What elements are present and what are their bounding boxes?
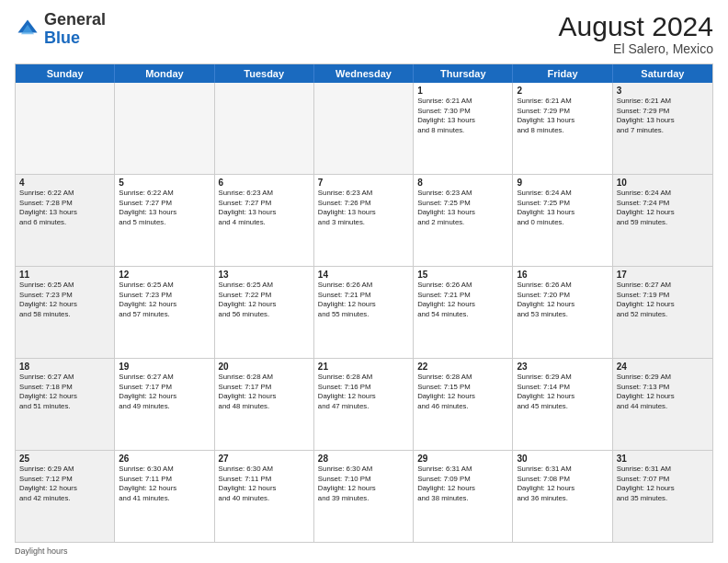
page: General Blue August 2024 El Salero, Mexi… xyxy=(0,0,728,563)
header-cell-thursday: Thursday xyxy=(414,64,513,83)
day-info: Sunrise: 6:25 AMSunset: 7:23 PMDaylight:… xyxy=(119,281,210,319)
day-number: 22 xyxy=(417,362,508,372)
day-cell-9: 9Sunrise: 6:24 AMSunset: 7:25 PMDaylight… xyxy=(513,175,612,266)
day-number: 2 xyxy=(517,86,608,96)
day-cell-19: 19Sunrise: 6:27 AMSunset: 7:17 PMDayligh… xyxy=(115,359,214,450)
day-cell-5: 5Sunrise: 6:22 AMSunset: 7:27 PMDaylight… xyxy=(115,175,214,266)
day-number: 28 xyxy=(318,454,409,464)
day-cell-empty-0-0 xyxy=(16,83,115,174)
day-number: 4 xyxy=(19,178,110,188)
day-info: Sunrise: 6:30 AMSunset: 7:11 PMDaylight:… xyxy=(119,465,210,503)
day-number: 8 xyxy=(417,178,508,188)
day-cell-24: 24Sunrise: 6:29 AMSunset: 7:13 PMDayligh… xyxy=(613,359,712,450)
day-info: Sunrise: 6:29 AMSunset: 7:14 PMDaylight:… xyxy=(517,373,608,411)
day-cell-14: 14Sunrise: 6:26 AMSunset: 7:21 PMDayligh… xyxy=(314,267,414,358)
day-number: 5 xyxy=(119,178,210,188)
day-info: Sunrise: 6:23 AMSunset: 7:25 PMDaylight:… xyxy=(417,189,508,227)
day-number: 1 xyxy=(417,86,508,96)
location: El Salero, Mexico xyxy=(559,41,713,56)
day-number: 27 xyxy=(219,454,310,464)
header-cell-saturday: Saturday xyxy=(613,64,712,83)
week-row-0: 1Sunrise: 6:21 AMSunset: 7:30 PMDaylight… xyxy=(16,83,712,175)
day-info: Sunrise: 6:31 AMSunset: 7:07 PMDaylight:… xyxy=(617,465,709,503)
day-info: Sunrise: 6:21 AMSunset: 7:29 PMDaylight:… xyxy=(617,97,709,135)
day-number: 15 xyxy=(417,270,508,280)
header-cell-tuesday: Tuesday xyxy=(215,64,314,83)
week-row-2: 11Sunrise: 6:25 AMSunset: 7:23 PMDayligh… xyxy=(16,267,712,359)
day-cell-4: 4Sunrise: 6:22 AMSunset: 7:28 PMDaylight… xyxy=(16,175,115,266)
day-number: 21 xyxy=(318,362,409,372)
day-number: 12 xyxy=(119,270,210,280)
day-cell-10: 10Sunrise: 6:24 AMSunset: 7:24 PMDayligh… xyxy=(613,175,712,266)
day-number: 24 xyxy=(617,362,709,372)
day-number: 11 xyxy=(19,270,110,280)
day-cell-6: 6Sunrise: 6:23 AMSunset: 7:27 PMDaylight… xyxy=(215,175,314,266)
calendar-body: 1Sunrise: 6:21 AMSunset: 7:30 PMDaylight… xyxy=(16,83,712,542)
day-info: Sunrise: 6:21 AMSunset: 7:30 PMDaylight:… xyxy=(417,97,508,135)
day-info: Sunrise: 6:25 AMSunset: 7:23 PMDaylight:… xyxy=(19,281,110,319)
header: General Blue August 2024 El Salero, Mexi… xyxy=(15,11,713,56)
day-number: 3 xyxy=(617,86,709,96)
day-cell-18: 18Sunrise: 6:27 AMSunset: 7:18 PMDayligh… xyxy=(16,359,115,450)
day-info: Sunrise: 6:28 AMSunset: 7:17 PMDaylight:… xyxy=(219,373,310,411)
day-info: Sunrise: 6:30 AMSunset: 7:11 PMDaylight:… xyxy=(219,465,310,503)
day-number: 19 xyxy=(119,362,210,372)
day-cell-31: 31Sunrise: 6:31 AMSunset: 7:07 PMDayligh… xyxy=(613,451,712,542)
day-number: 7 xyxy=(318,178,409,188)
day-info: Sunrise: 6:27 AMSunset: 7:18 PMDaylight:… xyxy=(19,373,110,411)
day-info: Sunrise: 6:22 AMSunset: 7:28 PMDaylight:… xyxy=(19,189,110,227)
day-info: Sunrise: 6:22 AMSunset: 7:27 PMDaylight:… xyxy=(119,189,210,227)
header-cell-monday: Monday xyxy=(115,64,214,83)
week-row-4: 25Sunrise: 6:29 AMSunset: 7:12 PMDayligh… xyxy=(16,451,712,542)
footer: Daylight hours xyxy=(15,546,713,556)
day-cell-23: 23Sunrise: 6:29 AMSunset: 7:14 PMDayligh… xyxy=(513,359,612,450)
day-info: Sunrise: 6:26 AMSunset: 7:21 PMDaylight:… xyxy=(417,281,508,319)
day-info: Sunrise: 6:24 AMSunset: 7:24 PMDaylight:… xyxy=(617,189,709,227)
day-number: 6 xyxy=(219,178,310,188)
title-block: August 2024 El Salero, Mexico xyxy=(559,11,713,56)
day-cell-28: 28Sunrise: 6:30 AMSunset: 7:10 PMDayligh… xyxy=(314,451,414,542)
day-info: Sunrise: 6:28 AMSunset: 7:15 PMDaylight:… xyxy=(417,373,508,411)
day-number: 13 xyxy=(219,270,310,280)
day-info: Sunrise: 6:31 AMSunset: 7:08 PMDaylight:… xyxy=(517,465,608,503)
day-cell-empty-0-3 xyxy=(314,83,414,174)
day-info: Sunrise: 6:23 AMSunset: 7:26 PMDaylight:… xyxy=(318,189,409,227)
day-info: Sunrise: 6:26 AMSunset: 7:21 PMDaylight:… xyxy=(318,281,409,319)
day-number: 25 xyxy=(19,454,110,464)
day-info: Sunrise: 6:23 AMSunset: 7:27 PMDaylight:… xyxy=(219,189,310,227)
day-number: 14 xyxy=(318,270,409,280)
day-info: Sunrise: 6:29 AMSunset: 7:12 PMDaylight:… xyxy=(19,465,110,503)
day-cell-3: 3Sunrise: 6:21 AMSunset: 7:29 PMDaylight… xyxy=(613,83,712,174)
day-number: 23 xyxy=(517,362,608,372)
day-info: Sunrise: 6:28 AMSunset: 7:16 PMDaylight:… xyxy=(318,373,409,411)
calendar-header: SundayMondayTuesdayWednesdayThursdayFrid… xyxy=(16,64,712,83)
day-info: Sunrise: 6:26 AMSunset: 7:20 PMDaylight:… xyxy=(517,281,608,319)
day-cell-20: 20Sunrise: 6:28 AMSunset: 7:17 PMDayligh… xyxy=(215,359,314,450)
day-cell-13: 13Sunrise: 6:25 AMSunset: 7:22 PMDayligh… xyxy=(215,267,314,358)
day-cell-27: 27Sunrise: 6:30 AMSunset: 7:11 PMDayligh… xyxy=(215,451,314,542)
day-cell-22: 22Sunrise: 6:28 AMSunset: 7:15 PMDayligh… xyxy=(414,359,513,450)
day-cell-30: 30Sunrise: 6:31 AMSunset: 7:08 PMDayligh… xyxy=(513,451,612,542)
day-number: 31 xyxy=(617,454,709,464)
logo-icon xyxy=(15,17,40,42)
header-cell-friday: Friday xyxy=(513,64,612,83)
day-cell-17: 17Sunrise: 6:27 AMSunset: 7:19 PMDayligh… xyxy=(613,267,712,358)
logo-general-text: General xyxy=(44,10,106,29)
day-cell-16: 16Sunrise: 6:26 AMSunset: 7:20 PMDayligh… xyxy=(513,267,612,358)
day-cell-15: 15Sunrise: 6:26 AMSunset: 7:21 PMDayligh… xyxy=(414,267,513,358)
logo: General Blue xyxy=(15,11,106,48)
calendar: SundayMondayTuesdayWednesdayThursdayFrid… xyxy=(15,63,713,543)
day-info: Sunrise: 6:27 AMSunset: 7:17 PMDaylight:… xyxy=(119,373,210,411)
day-number: 10 xyxy=(617,178,709,188)
day-info: Sunrise: 6:30 AMSunset: 7:10 PMDaylight:… xyxy=(318,465,409,503)
day-info: Sunrise: 6:31 AMSunset: 7:09 PMDaylight:… xyxy=(417,465,508,503)
day-number: 26 xyxy=(119,454,210,464)
day-info: Sunrise: 6:29 AMSunset: 7:13 PMDaylight:… xyxy=(617,373,709,411)
day-number: 29 xyxy=(417,454,508,464)
day-cell-29: 29Sunrise: 6:31 AMSunset: 7:09 PMDayligh… xyxy=(414,451,513,542)
week-row-3: 18Sunrise: 6:27 AMSunset: 7:18 PMDayligh… xyxy=(16,359,712,451)
day-cell-7: 7Sunrise: 6:23 AMSunset: 7:26 PMDaylight… xyxy=(314,175,414,266)
day-cell-1: 1Sunrise: 6:21 AMSunset: 7:30 PMDaylight… xyxy=(414,83,513,174)
day-cell-12: 12Sunrise: 6:25 AMSunset: 7:23 PMDayligh… xyxy=(115,267,214,358)
day-cell-8: 8Sunrise: 6:23 AMSunset: 7:25 PMDaylight… xyxy=(414,175,513,266)
